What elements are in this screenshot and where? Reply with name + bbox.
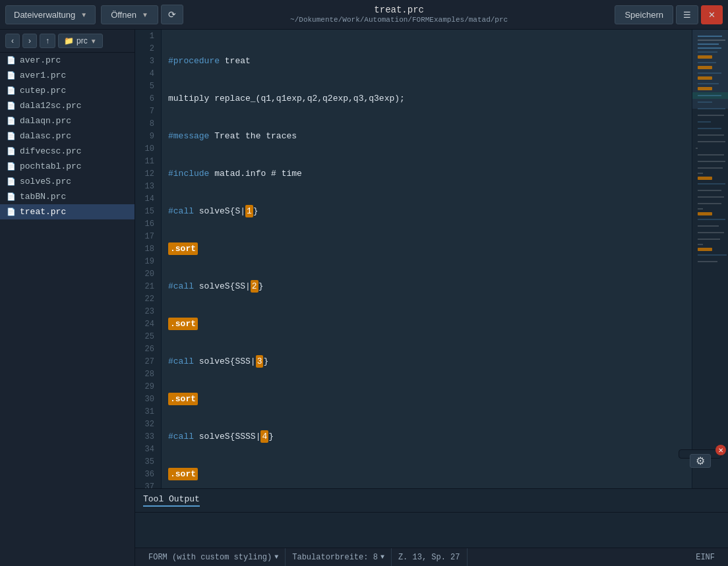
- file-icon: 📄: [7, 162, 16, 171]
- tool-output-area: ✕ ⚙ Tool Output: [135, 488, 728, 548]
- open-chevron-icon: ▼: [142, 11, 148, 18]
- title-area: treat.prc ~/Dokumente/Work/Automation/FO…: [183, 5, 615, 24]
- code-line: #include matad.info # time: [168, 167, 692, 180]
- file-name: dalaqn.prc: [20, 116, 71, 126]
- edit-mode: EINF: [689, 548, 721, 566]
- main-layout: ‹ › ↑ 📁 prc ▼ 📄 aver.prc 📄 aver1.prc 📄 c…: [0, 30, 728, 566]
- file-item[interactable]: 📄 tabBN.prc: [0, 189, 135, 204]
- svg-rect-11: [698, 76, 712, 80]
- code-line: #message Treat the traces: [168, 130, 692, 142]
- nav-up-button[interactable]: ↑: [40, 34, 55, 48]
- sidebar: ‹ › ↑ 📁 prc ▼ 📄 aver.prc 📄 aver1.prc 📄 c…: [0, 30, 135, 566]
- close-button[interactable]: ✕: [701, 5, 723, 24]
- nav-back-button[interactable]: ‹: [5, 34, 20, 48]
- title-filename: treat.prc: [183, 5, 615, 16]
- file-manager-label: Dateiverwaltung: [14, 10, 75, 20]
- file-icon: 📄: [7, 86, 16, 95]
- title-path: ~/Dokumente/Work/Automation/FORMExamples…: [183, 16, 615, 24]
- code-editor[interactable]: 12345 678910 1112131415 1617181920 21222…: [135, 30, 728, 488]
- settings-icon-button[interactable]: ⚙: [690, 454, 711, 468]
- file-manager-button[interactable]: Dateiverwaltung ▼: [5, 5, 96, 24]
- open-button[interactable]: Öffnen ▼: [101, 5, 158, 24]
- mode-label: EINF: [696, 553, 715, 562]
- file-icon: 📄: [7, 132, 16, 140]
- save-label: Speichern: [624, 10, 663, 20]
- minimap: [692, 30, 728, 488]
- file-name: dalasc.prc: [20, 131, 71, 141]
- breadcrumb-chevron-icon: ▼: [90, 38, 97, 45]
- settings-icon: ⚙: [696, 455, 705, 467]
- nav-forward-button[interactable]: ›: [22, 34, 37, 48]
- reload-button[interactable]: ⟳: [161, 5, 183, 24]
- editor-area: 12345 678910 1112131415 1617181920 21222…: [135, 30, 728, 566]
- close-icon: ✕: [708, 10, 715, 20]
- file-icon: 📄: [7, 208, 16, 216]
- file-name: aver.prc: [20, 55, 61, 65]
- floating-panel: ✕ ⚙: [679, 449, 721, 459]
- code-line: multiply replace_(q1,q1exp,q2,q2exp,q3,q…: [168, 92, 692, 105]
- tool-output-tab: Tool Output: [135, 489, 728, 513]
- file-name: cutep.prc: [20, 86, 66, 96]
- file-icon: 📄: [7, 177, 16, 186]
- file-item[interactable]: 📄 dala12sc.prc: [0, 98, 135, 113]
- file-name: dala12sc.prc: [20, 101, 82, 111]
- file-icon: 📄: [7, 71, 16, 80]
- menu-button[interactable]: ☰: [676, 5, 698, 24]
- svg-rect-34: [698, 212, 712, 215]
- cursor-position[interactable]: Z. 13, Sp. 27: [392, 548, 468, 566]
- file-icon: 📄: [7, 117, 16, 125]
- file-name: aver1.prc: [20, 71, 66, 80]
- line-numbers: 12345 678910 1112131415 1617181920 21222…: [135, 30, 162, 488]
- file-name: treat.prc: [20, 207, 66, 217]
- file-item[interactable]: 📄 dalaqn.prc: [0, 113, 135, 128]
- file-icon: 📄: [7, 147, 16, 156]
- tool-output-content: [135, 513, 728, 548]
- breadcrumb-button[interactable]: 📁 prc ▼: [58, 34, 103, 48]
- tab-width-label: Tabulatorbreite: 8: [292, 553, 378, 562]
- file-item-active[interactable]: 📄 treat.prc: [0, 204, 135, 219]
- code-line: .sort: [168, 468, 692, 480]
- svg-rect-7: [698, 55, 712, 59]
- cursor-pos-label: Z. 13, Sp. 27: [398, 553, 460, 562]
- file-manager-chevron-icon: ▼: [80, 11, 87, 18]
- file-name: pochtabl.prc: [20, 161, 82, 171]
- code-line: #call solveS{SSS|3}: [168, 355, 692, 368]
- code-line: #call solveS{SS|2}: [168, 280, 692, 293]
- file-name: tabBN.prc: [20, 192, 66, 202]
- file-icon: 📄: [7, 192, 16, 201]
- status-bar: FORM (with custom styling) ▼ Tabulatorbr…: [135, 548, 728, 566]
- tool-output-label: Tool Output: [143, 494, 200, 507]
- file-item[interactable]: 📄 aver1.prc: [0, 68, 135, 83]
- code-line: .sort: [168, 318, 692, 330]
- file-item[interactable]: 📄 pochtabl.prc: [0, 159, 135, 174]
- language-chevron-icon: ▼: [274, 553, 278, 561]
- file-name: difvecsc.prc: [20, 146, 82, 156]
- file-list: 📄 aver.prc 📄 aver1.prc 📄 cutep.prc 📄 dal…: [0, 53, 135, 566]
- code-line: #call solveS{S|1}: [168, 205, 692, 217]
- file-icon: 📄: [7, 101, 16, 110]
- file-name: solveS.prc: [20, 177, 71, 186]
- language-selector[interactable]: FORM (with custom styling) ▼: [142, 548, 286, 566]
- sidebar-nav: ‹ › ↑ 📁 prc ▼: [0, 30, 135, 53]
- floating-close-button[interactable]: ✕: [715, 445, 726, 455]
- file-item[interactable]: 📄 aver.prc: [0, 53, 135, 68]
- code-line: .sort: [168, 393, 692, 405]
- top-bar: Dateiverwaltung ▼ Öffnen ▼ ⟳ treat.prc ~…: [0, 0, 728, 30]
- code-content[interactable]: #procedure treat multiply replace_(q1,q1…: [162, 30, 692, 488]
- code-line: .sort: [168, 242, 692, 255]
- file-icon: 📄: [7, 56, 16, 65]
- hamburger-icon: ☰: [683, 10, 691, 20]
- breadcrumb-label: prc: [76, 36, 88, 45]
- file-item[interactable]: 📄 cutep.prc: [0, 83, 135, 98]
- save-button[interactable]: Speichern: [615, 5, 673, 24]
- file-item[interactable]: 📄 dalasc.prc: [0, 128, 135, 144]
- reload-icon: ⟳: [168, 9, 176, 20]
- svg-rect-9: [698, 66, 712, 69]
- open-label: Öffnen: [111, 10, 136, 20]
- file-item[interactable]: 📄 difvecsc.prc: [0, 144, 135, 159]
- file-item[interactable]: 📄 solveS.prc: [0, 174, 135, 189]
- minimap-svg: [692, 30, 728, 488]
- tab-chevron-icon: ▼: [380, 553, 384, 561]
- svg-rect-13: [698, 87, 712, 90]
- tab-width-selector[interactable]: Tabulatorbreite: 8 ▼: [286, 548, 392, 566]
